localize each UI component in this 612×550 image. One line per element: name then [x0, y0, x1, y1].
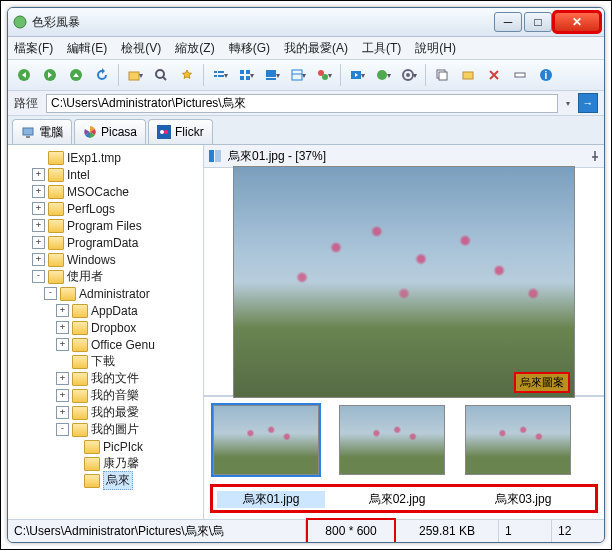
tree-label: 我的文件	[91, 370, 139, 387]
path-input[interactable]	[46, 94, 558, 113]
expand-icon[interactable]: +	[32, 202, 45, 215]
tree-node[interactable]: +我的文件	[8, 370, 203, 387]
expand-icon[interactable]: +	[32, 219, 45, 232]
tree-node[interactable]: +Dropbox	[8, 319, 203, 336]
tree-node[interactable]: +Program Files	[8, 217, 203, 234]
menu-edit[interactable]: 編輯(E)	[67, 40, 107, 57]
thumb-caption[interactable]: 烏來01.jpg	[217, 491, 325, 508]
menu-help[interactable]: 說明(H)	[415, 40, 456, 57]
tree-label: 我的圖片	[91, 421, 139, 438]
minimize-button[interactable]: ─	[494, 12, 522, 32]
preview-pin-icon[interactable]	[590, 151, 600, 161]
expand-icon[interactable]: +	[56, 389, 69, 402]
tree-label: Administrator	[79, 287, 150, 301]
view-preview-button[interactable]: ▾	[260, 63, 284, 87]
tree-label: Program Files	[67, 219, 142, 233]
sort-button[interactable]: ▾	[286, 63, 310, 87]
expand-icon[interactable]: +	[56, 406, 69, 419]
tools-button[interactable]: ▾	[397, 63, 421, 87]
refresh-button[interactable]	[90, 63, 114, 87]
view-list-button[interactable]: ▾	[208, 63, 232, 87]
tree-node[interactable]: IExp1.tmp	[8, 149, 203, 166]
copy-button[interactable]	[430, 63, 454, 87]
menu-transfer[interactable]: 轉移(G)	[229, 40, 270, 57]
nav-forward-button[interactable]	[38, 63, 62, 87]
tree-node[interactable]: -我的圖片	[8, 421, 203, 438]
menu-tools[interactable]: 工具(T)	[362, 40, 401, 57]
expand-icon[interactable]: +	[32, 168, 45, 181]
thumbnail-item[interactable]	[464, 405, 572, 475]
tree-node[interactable]: +Intel	[8, 166, 203, 183]
expand-icon[interactable]: +	[56, 338, 69, 351]
preview-caption: 烏來01.jpg - [37%]	[228, 148, 584, 165]
tree-node[interactable]: +Office Genu	[8, 336, 203, 353]
tab-computer[interactable]: 電腦	[12, 119, 72, 144]
thumbnail-item[interactable]	[212, 405, 320, 475]
delete-button[interactable]	[482, 63, 506, 87]
filter-button[interactable]: ▾	[312, 63, 336, 87]
svg-rect-9	[214, 75, 217, 77]
window-title: 色彩風暴	[32, 14, 492, 31]
folder-tree[interactable]: IExp1.tmp+Intel+MSOCache+PerfLogs+Progra…	[8, 145, 204, 519]
tree-node[interactable]: +Windows	[8, 251, 203, 268]
expand-icon[interactable]: -	[44, 287, 57, 300]
preview-pane-icon[interactable]	[208, 149, 222, 163]
close-button[interactable]: ✕	[554, 12, 600, 32]
tab-flickr[interactable]: Flickr	[148, 119, 213, 144]
preview-image[interactable]: 烏來圖案	[233, 166, 575, 398]
menu-view[interactable]: 檢視(V)	[121, 40, 161, 57]
convert-button[interactable]: ▾	[371, 63, 395, 87]
expand-icon[interactable]: +	[32, 236, 45, 249]
tree-label: 我的最愛	[91, 404, 139, 421]
expand-icon[interactable]: +	[56, 321, 69, 334]
tree-label: Intel	[67, 168, 90, 182]
slideshow-button[interactable]: ▾	[345, 63, 369, 87]
tree-node[interactable]: +AppData	[8, 302, 203, 319]
tree-label: IExp1.tmp	[67, 151, 121, 165]
tree-label: Office Genu	[91, 338, 155, 352]
info-button[interactable]: i	[534, 63, 558, 87]
tree-node[interactable]: 下載	[8, 353, 203, 370]
expand-icon[interactable]: +	[32, 253, 45, 266]
nav-back-button[interactable]	[12, 63, 36, 87]
tree-node[interactable]: 康乃馨	[8, 455, 203, 472]
maximize-button[interactable]: □	[524, 12, 552, 32]
svg-rect-26	[439, 72, 447, 80]
rename-button[interactable]	[508, 63, 532, 87]
titlebar: 色彩風暴 ─ □ ✕	[8, 8, 604, 37]
menu-file[interactable]: 檔案(F)	[14, 40, 53, 57]
tree-node[interactable]: +MSOCache	[8, 183, 203, 200]
expand-icon[interactable]: +	[56, 304, 69, 317]
path-dropdown-icon[interactable]: ▾	[566, 99, 570, 108]
expand-icon[interactable]: -	[32, 270, 45, 283]
tree-node[interactable]: PicPIck	[8, 438, 203, 455]
expand-icon[interactable]: -	[56, 423, 69, 436]
menu-zoom[interactable]: 縮放(Z)	[175, 40, 214, 57]
tree-node[interactable]: -使用者	[8, 268, 203, 285]
tree-node[interactable]: +我的最愛	[8, 404, 203, 421]
expand-icon[interactable]: +	[56, 372, 69, 385]
view-thumb-button[interactable]: ▾	[234, 63, 258, 87]
tab-picasa[interactable]: Picasa	[74, 119, 146, 144]
menu-favorites[interactable]: 我的最愛(A)	[284, 40, 348, 57]
tree-node[interactable]: +我的音樂	[8, 387, 203, 404]
tree-node[interactable]: 烏來	[8, 472, 203, 489]
go-button[interactable]: →	[578, 93, 598, 113]
search-button[interactable]	[149, 63, 173, 87]
tree-node[interactable]: +PerfLogs	[8, 200, 203, 217]
folder-icon	[72, 423, 88, 437]
favorites-button[interactable]	[175, 63, 199, 87]
tree-node[interactable]: -Administrator	[8, 285, 203, 302]
status-total: 12	[552, 520, 604, 542]
tab-label: Flickr	[175, 125, 204, 139]
folder-icon	[84, 440, 100, 454]
expand-icon[interactable]: +	[32, 185, 45, 198]
move-button[interactable]	[456, 63, 480, 87]
thumb-caption[interactable]: 烏來02.jpg	[343, 491, 451, 508]
thumb-caption[interactable]: 烏來03.jpg	[469, 491, 577, 508]
folder-icon	[72, 338, 88, 352]
thumbnail-item[interactable]	[338, 405, 446, 475]
history-button[interactable]: ▾	[123, 63, 147, 87]
tree-node[interactable]: +ProgramData	[8, 234, 203, 251]
nav-up-button[interactable]	[64, 63, 88, 87]
